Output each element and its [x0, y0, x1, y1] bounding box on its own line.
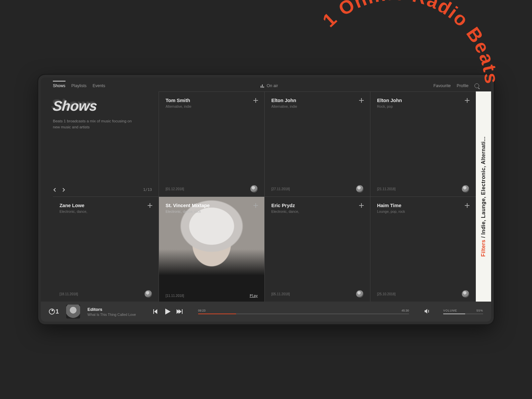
topbar: Shows Playlists Events On air Favourite …	[41, 77, 491, 91]
card-title: Elton John	[271, 98, 363, 103]
page-counter: 1/13	[143, 188, 152, 192]
tab-playlists[interactable]: Playlists	[71, 83, 87, 88]
track-thumbnail	[66, 305, 80, 319]
volume-icon[interactable]	[425, 309, 430, 314]
on-air-label: On air	[267, 83, 278, 88]
svg-rect-2	[182, 309, 183, 314]
search-icon[interactable]	[474, 83, 479, 88]
avatar	[462, 185, 469, 193]
play-icon[interactable]	[165, 309, 171, 315]
card-genre: Rock, pop	[377, 104, 469, 108]
svg-text:1 Online Radio Beats: 1 Online Radio Beats	[318, 0, 503, 85]
add-icon[interactable]	[147, 203, 153, 208]
card-title: Zane Lowe	[60, 203, 152, 208]
card-date: [18.11.2018]	[60, 292, 78, 296]
progress-bar[interactable]: 09:2345:30	[198, 309, 409, 314]
avatar	[250, 185, 258, 193]
on-air-indicator: On air	[261, 83, 278, 88]
card-date: [05.11.2018]	[271, 292, 290, 296]
avatar	[145, 290, 152, 298]
track-title: What Is This Thing Called Love	[87, 313, 136, 317]
tab-events[interactable]: Events	[92, 83, 105, 88]
device-frame: Shows Playlists Events On air Favourite …	[38, 75, 494, 324]
filters-sidebar[interactable]: Filters / Indie, Launge, Electronic, Alt…	[476, 91, 491, 302]
volume-slider[interactable]: VOLUME55%	[443, 309, 483, 314]
prev-arrow-icon[interactable]	[53, 188, 57, 192]
card-date: [25.10.2018]	[377, 292, 396, 296]
add-icon[interactable]	[465, 203, 470, 208]
prev-track-icon[interactable]	[153, 309, 159, 314]
show-card[interactable]: Tom Smith Alternative, indie [01.12.2018…	[159, 91, 264, 197]
next-track-icon[interactable]	[177, 309, 183, 314]
card-title: Haim Time	[377, 203, 469, 208]
card-date: [01.12.2018]	[166, 187, 184, 191]
card-title: St. Vincent Mixtape	[166, 203, 258, 208]
equalizer-icon	[261, 84, 264, 88]
page-title: Shows	[52, 98, 98, 114]
player-bar: 1 Editors What Is This Thing Called Love…	[41, 302, 491, 322]
add-icon[interactable]	[253, 203, 258, 208]
card-genre: Electronic, dance,	[271, 209, 363, 213]
play-link[interactable]: Play	[250, 294, 258, 298]
svg-rect-1	[153, 309, 154, 314]
hero-panel: Shows Beats 1 broadcasts a mix of music …	[53, 91, 159, 197]
add-icon[interactable]	[359, 203, 364, 208]
add-icon[interactable]	[253, 98, 258, 103]
next-arrow-icon[interactable]	[62, 188, 66, 192]
nav-profile[interactable]: Profile	[457, 83, 468, 88]
show-card[interactable]: Zane Lowe Electronic, dance, [18.11.2018…	[53, 197, 159, 302]
nav-tabs: Shows Playlists Events	[53, 83, 105, 88]
time-total: 45:30	[401, 309, 409, 312]
nav-favourite[interactable]: Favourite	[433, 83, 451, 88]
card-genre: Lounge, pop, rock	[377, 209, 469, 213]
show-card[interactable]: Eric Prydz Electronic, dance, [05.11.201…	[264, 197, 370, 302]
avatar	[356, 185, 363, 193]
volume-label: VOLUME	[443, 309, 457, 312]
brand-logo: 1	[49, 308, 59, 315]
card-date: [11.11.2018]	[166, 294, 184, 298]
card-date: [27.11.2018]	[271, 187, 290, 191]
card-title: Eric Prydz	[271, 203, 363, 208]
page-subtitle: Beats 1 broadcasts a mix of music focusi…	[53, 118, 133, 130]
add-icon[interactable]	[359, 98, 364, 103]
show-card[interactable]: Elton John Rock, pop [21.11.2018]	[370, 91, 476, 197]
avatar	[462, 290, 469, 298]
card-title: Elton John	[377, 98, 469, 103]
volume-percent: 55%	[476, 309, 483, 312]
card-genre: Electronic, dance,	[60, 209, 152, 213]
track-artist: Editors	[87, 307, 136, 312]
show-card-featured[interactable]: St. Vincent Mixtape Electronic, dance, r…	[159, 197, 264, 302]
show-card[interactable]: Elton John Alternative, indie [27.11.201…	[264, 91, 370, 197]
show-card[interactable]: Haim Time Lounge, pop, rock [25.10.2018]	[370, 197, 476, 302]
card-title: Tom Smith	[166, 98, 258, 103]
card-date: [21.11.2018]	[377, 187, 396, 191]
tab-shows[interactable]: Shows	[53, 81, 66, 88]
avatar	[356, 290, 363, 298]
card-genre: Electronic, dance, rock	[166, 209, 258, 213]
add-icon[interactable]	[465, 98, 470, 103]
card-genre: Alternative, indie	[166, 104, 258, 108]
card-genre: Alternative, indie	[271, 104, 363, 108]
time-elapsed: 09:23	[198, 309, 206, 312]
svg-rect-3	[428, 310, 429, 313]
